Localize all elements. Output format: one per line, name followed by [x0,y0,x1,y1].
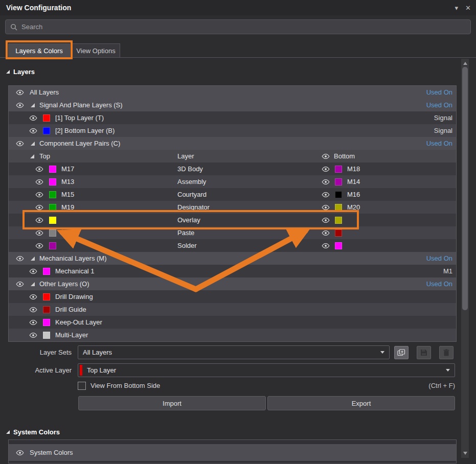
eye-icon[interactable] [35,217,43,223]
color-swatch[interactable] [43,332,50,339]
delete-layer-set-button[interactable] [439,346,454,359]
eye-icon[interactable] [322,153,330,159]
eye-icon[interactable] [16,89,24,96]
save-layer-set-button[interactable] [417,346,431,359]
layers-section-header[interactable]: Layers [6,68,35,76]
collapse-triangle-icon[interactable] [31,282,35,286]
close-icon[interactable]: ✕ [465,4,471,12]
pair-row-courtyard[interactable]: M15 Courtyard M16 [9,188,456,201]
collapse-triangle-icon[interactable] [31,103,35,107]
used-on-link[interactable]: Used On [426,137,452,150]
layer-row-multi-layer[interactable]: Multi-Layer [9,329,456,341]
export-button[interactable]: Export [267,396,455,410]
layer-row-mechanical-group[interactable]: Mechanical Layers (M) Used On [9,252,456,265]
scrollbar-up-arrow-icon[interactable] [463,62,467,65]
layer-sets-dropdown[interactable]: All Layers [78,345,390,359]
eye-icon[interactable] [16,102,24,108]
scrollbar-thumb[interactable] [462,67,468,310]
color-swatch[interactable] [335,217,342,224]
color-swatch[interactable] [335,178,342,185]
eye-icon[interactable] [35,179,43,185]
color-swatch[interactable] [43,114,50,122]
collapse-triangle-icon[interactable] [31,142,35,146]
eye-icon[interactable] [16,256,24,262]
pair-row-paste[interactable]: Paste [9,226,456,239]
color-swatch[interactable] [43,268,50,275]
pair-row-solder[interactable]: Solder [9,239,456,252]
eye-icon[interactable] [29,268,37,274]
eye-icon[interactable] [35,166,43,172]
eye-icon[interactable] [29,332,37,338]
layer-row-mechanical-1[interactable]: Mechanical 1 M1 [9,265,456,277]
eye-icon[interactable] [29,307,37,313]
color-swatch[interactable] [335,166,342,173]
color-swatch[interactable] [49,217,56,224]
eye-icon[interactable] [29,294,37,300]
eye-icon[interactable] [35,243,43,249]
eye-icon[interactable] [29,115,37,121]
eye-icon[interactable] [322,230,330,236]
system-colors-row[interactable]: System Colors [9,444,456,461]
eye-icon[interactable] [16,450,24,456]
color-swatch[interactable] [49,242,56,249]
layer-row-other-group[interactable]: Other Layers (O) Used On [9,277,456,290]
eye-icon[interactable] [16,281,24,287]
eye-icon[interactable] [322,179,330,185]
search-input[interactable] [21,23,466,31]
scrollbar-down-arrow-icon[interactable] [463,452,467,455]
system-colors-section-header[interactable]: System Colors [6,428,60,436]
color-swatch[interactable] [43,319,50,326]
search-box[interactable] [5,19,471,34]
view-from-bottom-checkbox[interactable] [78,382,86,390]
color-swatch[interactable] [49,204,56,211]
layer-row-component-pairs-group[interactable]: Component Layer Pairs (C) Used On [9,137,456,150]
color-swatch[interactable] [43,306,50,313]
used-on-link[interactable]: Used On [426,99,452,111]
eye-icon[interactable] [322,243,330,249]
tab-layers-colors[interactable]: Layers & Colors [8,43,70,58]
tab-view-options[interactable]: View Options [72,43,120,57]
layer-row-drill-guide[interactable]: Drill Guide [9,303,456,316]
color-swatch[interactable] [43,127,50,134]
layer-row-top-layer[interactable]: [1] Top Layer (T) Signal [9,111,456,124]
panel-menu-icon[interactable]: ▾ [455,4,459,12]
used-on-link[interactable]: Used On [426,252,452,265]
color-swatch[interactable] [335,191,342,198]
eye-icon[interactable] [322,217,330,223]
eye-icon[interactable] [322,192,330,198]
pair-row-overlay[interactable]: Overlay [9,214,456,226]
layer-name-label: Mechanical Layers (M) [39,254,107,262]
eye-icon[interactable] [16,141,24,147]
color-swatch[interactable] [49,229,56,237]
eye-icon[interactable] [29,319,37,326]
layer-row-bottom-layer[interactable]: [2] Bottom Layer (B) Signal [9,124,456,137]
color-swatch[interactable] [335,204,342,211]
layer-row-drill-drawing[interactable]: Drill Drawing [9,290,456,303]
pair-row-3d-body[interactable]: M17 3D Body M18 [9,163,456,175]
used-on-link[interactable]: Used On [426,277,452,290]
color-swatch[interactable] [49,191,56,198]
layer-row-signal-group[interactable]: Signal And Plane Layers (S) Used On [9,99,456,111]
collapse-triangle-icon[interactable] [30,154,34,158]
layer-row-keep-out[interactable]: Keep-Out Layer [9,316,456,329]
color-swatch[interactable] [335,242,342,249]
eye-icon[interactable] [35,204,43,211]
scrollbar[interactable] [461,59,469,458]
add-layer-set-button[interactable] [394,346,409,359]
eye-icon[interactable] [29,128,37,134]
color-swatch[interactable] [49,166,56,173]
collapse-triangle-icon[interactable] [31,257,35,261]
layer-row-all-layers[interactable]: All Layers Used On [9,86,456,99]
eye-icon[interactable] [322,204,330,211]
eye-icon[interactable] [35,230,43,236]
color-swatch[interactable] [335,229,342,237]
pair-row-designator[interactable]: M19 Designator M20 [9,201,456,214]
eye-icon[interactable] [322,166,330,172]
color-swatch[interactable] [49,178,56,185]
eye-icon[interactable] [35,192,43,198]
import-button[interactable]: Import [78,396,266,410]
color-swatch[interactable] [43,293,50,300]
active-layer-dropdown[interactable]: Top Layer [78,363,455,377]
pair-row-assembly[interactable]: M13 Assembly M14 [9,175,456,188]
used-on-link[interactable]: Used On [426,86,452,99]
